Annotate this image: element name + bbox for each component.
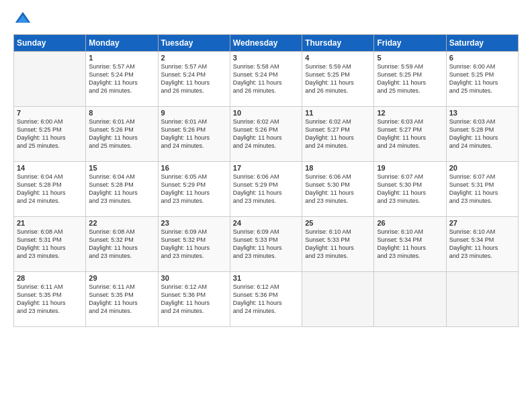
day-info: Sunrise: 6:12 AM Sunset: 5:36 PM Dayligh… [161, 283, 227, 316]
day-number: 30 [161, 274, 227, 282]
day-number: 2 [161, 54, 227, 62]
day-number: 24 [233, 219, 299, 227]
day-number: 25 [305, 219, 371, 227]
calendar-cell: 1Sunrise: 5:57 AM Sunset: 5:24 PM Daylig… [86, 52, 158, 107]
weekday-header: Thursday [302, 35, 374, 52]
day-info: Sunrise: 6:10 AM Sunset: 5:34 PM Dayligh… [449, 228, 515, 261]
day-number: 28 [17, 274, 83, 282]
calendar-cell: 12Sunrise: 6:03 AM Sunset: 5:27 PM Dayli… [374, 107, 446, 162]
calendar-cell: 9Sunrise: 6:01 AM Sunset: 5:26 PM Daylig… [158, 107, 230, 162]
calendar-cell [14, 52, 86, 107]
calendar-cell: 23Sunrise: 6:09 AM Sunset: 5:32 PM Dayli… [158, 217, 230, 272]
calendar-cell: 26Sunrise: 6:10 AM Sunset: 5:34 PM Dayli… [374, 217, 446, 272]
calendar-cell [374, 272, 446, 327]
calendar-cell: 17Sunrise: 6:06 AM Sunset: 5:29 PM Dayli… [230, 162, 302, 217]
day-number: 31 [233, 274, 299, 282]
calendar-week-row: 21Sunrise: 6:08 AM Sunset: 5:31 PM Dayli… [14, 217, 519, 272]
weekday-header-row: SundayMondayTuesdayWednesdayThursdayFrid… [14, 35, 519, 52]
weekday-header: Friday [374, 35, 446, 52]
day-info: Sunrise: 6:09 AM Sunset: 5:32 PM Dayligh… [161, 228, 227, 261]
day-number: 9 [161, 109, 227, 117]
header [13, 10, 519, 29]
calendar-cell: 2Sunrise: 5:57 AM Sunset: 5:24 PM Daylig… [158, 52, 230, 107]
calendar-cell: 4Sunrise: 5:59 AM Sunset: 5:25 PM Daylig… [302, 52, 374, 107]
calendar-cell: 27Sunrise: 6:10 AM Sunset: 5:34 PM Dayli… [446, 217, 518, 272]
day-info: Sunrise: 6:10 AM Sunset: 5:34 PM Dayligh… [377, 228, 443, 261]
day-info: Sunrise: 6:07 AM Sunset: 5:30 PM Dayligh… [377, 173, 443, 205]
day-number: 6 [449, 54, 515, 62]
calendar-page: SundayMondayTuesdayWednesdayThursdayFrid… [0, 0, 532, 411]
logo-icon [13, 10, 32, 29]
day-info: Sunrise: 6:01 AM Sunset: 5:26 PM Dayligh… [89, 118, 154, 150]
day-info: Sunrise: 6:04 AM Sunset: 5:28 PM Dayligh… [17, 173, 83, 205]
calendar-cell: 28Sunrise: 6:11 AM Sunset: 5:35 PM Dayli… [14, 272, 86, 327]
day-info: Sunrise: 6:08 AM Sunset: 5:32 PM Dayligh… [89, 228, 154, 261]
calendar-week-row: 28Sunrise: 6:11 AM Sunset: 5:35 PM Dayli… [14, 272, 519, 327]
calendar-cell: 31Sunrise: 6:12 AM Sunset: 5:36 PM Dayli… [230, 272, 302, 327]
day-info: Sunrise: 5:57 AM Sunset: 5:24 PM Dayligh… [161, 62, 227, 95]
day-number: 7 [17, 109, 83, 117]
calendar-cell: 8Sunrise: 6:01 AM Sunset: 5:26 PM Daylig… [86, 107, 158, 162]
day-number: 20 [449, 164, 515, 172]
logo [13, 10, 35, 29]
day-number: 22 [89, 219, 154, 227]
calendar-cell: 7Sunrise: 6:00 AM Sunset: 5:25 PM Daylig… [14, 107, 86, 162]
weekday-header: Saturday [446, 35, 518, 52]
day-number: 15 [89, 164, 154, 172]
day-info: Sunrise: 6:00 AM Sunset: 5:25 PM Dayligh… [449, 62, 515, 95]
day-info: Sunrise: 6:08 AM Sunset: 5:31 PM Dayligh… [17, 228, 83, 261]
day-info: Sunrise: 6:03 AM Sunset: 5:28 PM Dayligh… [449, 118, 515, 150]
weekday-header: Sunday [14, 35, 86, 52]
day-number: 27 [449, 219, 515, 227]
day-info: Sunrise: 6:01 AM Sunset: 5:26 PM Dayligh… [161, 118, 227, 150]
calendar-cell: 10Sunrise: 6:02 AM Sunset: 5:26 PM Dayli… [230, 107, 302, 162]
day-number: 3 [233, 54, 299, 62]
weekday-header: Wednesday [230, 35, 302, 52]
day-number: 19 [377, 164, 443, 172]
day-number: 13 [449, 109, 515, 117]
day-number: 11 [305, 109, 371, 117]
calendar-cell: 25Sunrise: 6:10 AM Sunset: 5:33 PM Dayli… [302, 217, 374, 272]
day-number: 10 [233, 109, 299, 117]
day-info: Sunrise: 6:11 AM Sunset: 5:35 PM Dayligh… [17, 283, 83, 316]
day-number: 5 [377, 54, 443, 62]
day-info: Sunrise: 6:10 AM Sunset: 5:33 PM Dayligh… [305, 228, 371, 261]
day-number: 4 [305, 54, 371, 62]
day-info: Sunrise: 6:02 AM Sunset: 5:27 PM Dayligh… [305, 118, 371, 150]
calendar-week-row: 14Sunrise: 6:04 AM Sunset: 5:28 PM Dayli… [14, 162, 519, 217]
day-number: 18 [305, 164, 371, 172]
calendar-cell: 22Sunrise: 6:08 AM Sunset: 5:32 PM Dayli… [86, 217, 158, 272]
day-info: Sunrise: 6:00 AM Sunset: 5:25 PM Dayligh… [17, 118, 83, 150]
calendar-cell: 19Sunrise: 6:07 AM Sunset: 5:30 PM Dayli… [374, 162, 446, 217]
day-number: 26 [377, 219, 443, 227]
calendar-cell: 24Sunrise: 6:09 AM Sunset: 5:33 PM Dayli… [230, 217, 302, 272]
calendar-cell: 18Sunrise: 6:06 AM Sunset: 5:30 PM Dayli… [302, 162, 374, 217]
day-info: Sunrise: 6:12 AM Sunset: 5:36 PM Dayligh… [233, 283, 299, 316]
calendar-cell: 6Sunrise: 6:00 AM Sunset: 5:25 PM Daylig… [446, 52, 518, 107]
weekday-header: Monday [86, 35, 158, 52]
calendar-week-row: 7Sunrise: 6:00 AM Sunset: 5:25 PM Daylig… [14, 107, 519, 162]
day-number: 16 [161, 164, 227, 172]
day-info: Sunrise: 5:58 AM Sunset: 5:24 PM Dayligh… [233, 62, 299, 95]
day-number: 12 [377, 109, 443, 117]
calendar-cell [302, 272, 374, 327]
day-number: 29 [89, 274, 154, 282]
weekday-header: Tuesday [158, 35, 230, 52]
day-info: Sunrise: 5:59 AM Sunset: 5:25 PM Dayligh… [305, 62, 371, 95]
calendar-cell: 13Sunrise: 6:03 AM Sunset: 5:28 PM Dayli… [446, 107, 518, 162]
calendar-cell: 3Sunrise: 5:58 AM Sunset: 5:24 PM Daylig… [230, 52, 302, 107]
day-number: 14 [17, 164, 83, 172]
day-number: 8 [89, 109, 154, 117]
calendar-cell: 5Sunrise: 5:59 AM Sunset: 5:25 PM Daylig… [374, 52, 446, 107]
day-info: Sunrise: 6:06 AM Sunset: 5:30 PM Dayligh… [305, 173, 371, 205]
day-number: 1 [89, 54, 154, 62]
calendar-cell: 29Sunrise: 6:11 AM Sunset: 5:35 PM Dayli… [86, 272, 158, 327]
day-info: Sunrise: 5:57 AM Sunset: 5:24 PM Dayligh… [89, 62, 154, 95]
day-number: 17 [233, 164, 299, 172]
day-info: Sunrise: 6:02 AM Sunset: 5:26 PM Dayligh… [233, 118, 299, 150]
calendar-cell: 21Sunrise: 6:08 AM Sunset: 5:31 PM Dayli… [14, 217, 86, 272]
day-number: 21 [17, 219, 83, 227]
calendar-table: SundayMondayTuesdayWednesdayThursdayFrid… [13, 34, 519, 327]
calendar-cell: 14Sunrise: 6:04 AM Sunset: 5:28 PM Dayli… [14, 162, 86, 217]
calendar-week-row: 1Sunrise: 5:57 AM Sunset: 5:24 PM Daylig… [14, 52, 519, 107]
